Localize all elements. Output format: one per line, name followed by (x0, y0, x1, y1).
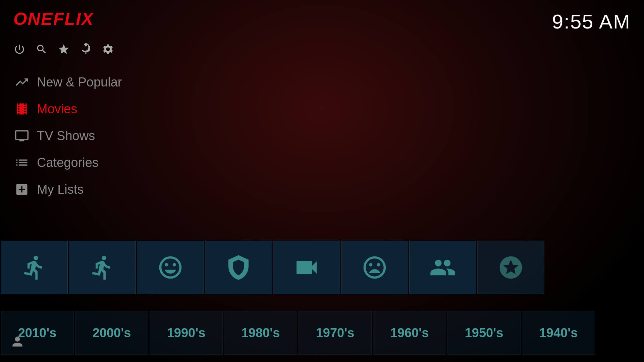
nav-item-tv-shows[interactable]: TV Shows (7, 122, 637, 149)
genre-card-more[interactable] (477, 241, 544, 294)
toolbar (0, 40, 644, 62)
trend-icon (13, 75, 30, 89)
decade-card-1940s[interactable]: 1940's (522, 311, 595, 355)
genre-cards-row (0, 240, 644, 295)
search-icon[interactable] (36, 43, 48, 55)
decade-label-1980s: 1980's (241, 326, 280, 340)
nav-label-movies: Movies (37, 102, 77, 116)
power-icon[interactable] (13, 43, 25, 55)
logo: ONEFLIX (13, 10, 94, 27)
nav-item-movies[interactable]: Movies (7, 96, 637, 122)
decade-label-1990s: 1990's (167, 326, 206, 340)
genre-card-drama[interactable] (341, 241, 408, 294)
decade-label-1940s: 1940's (539, 326, 578, 340)
genre-section (0, 240, 644, 295)
nav-item-new-popular[interactable]: New & Popular (7, 69, 637, 96)
settings-icon[interactable] (102, 43, 114, 55)
decade-label-1960s: 1960's (390, 326, 429, 340)
monitor-icon (13, 128, 30, 143)
genre-card-running[interactable] (69, 241, 136, 294)
decade-label-2000s: 2000's (93, 326, 131, 340)
decade-card-2000s[interactable]: 2000's (75, 311, 148, 355)
decade-label-1950s: 1950's (465, 326, 503, 340)
decade-section: 2010's 2000's 1990's 1980's 1970's 1960'… (0, 310, 644, 355)
nav-menu: New & Popular Movies TV Shows (0, 62, 644, 203)
header: ONEFLIX 9:55 AM (0, 0, 644, 40)
genre-card-film[interactable] (273, 241, 340, 294)
decade-card-1980s[interactable]: 1980's (224, 311, 297, 355)
time-display: 9:55 AM (552, 10, 631, 33)
genre-card-comedy[interactable] (137, 241, 204, 294)
decade-card-1990s[interactable]: 1990's (150, 311, 223, 355)
genre-card-police[interactable] (205, 241, 272, 294)
nav-label-tv-shows: TV Shows (37, 129, 95, 143)
decade-card-1950s[interactable]: 1950's (447, 311, 521, 355)
star-icon[interactable] (58, 43, 70, 55)
nav-label-my-lists: My Lists (37, 182, 84, 197)
user-avatar[interactable] (10, 334, 25, 352)
nav-label-new-popular: New & Popular (37, 75, 122, 89)
nav-label-categories: Categories (37, 156, 99, 170)
decade-card-1960s[interactable]: 1960's (373, 311, 446, 355)
main-content: ONEFLIX 9:55 AM (0, 0, 644, 362)
box-icon[interactable] (80, 43, 92, 55)
genre-card-action[interactable] (1, 241, 68, 294)
genre-card-family[interactable] (409, 241, 476, 294)
clapperboard-icon (13, 102, 30, 116)
categories-icon (13, 155, 30, 170)
decade-label-1970s: 1970's (316, 326, 355, 340)
decade-cards-row: 2010's 2000's 1990's 1980's 1970's 1960'… (0, 310, 644, 355)
nav-item-categories[interactable]: Categories (7, 149, 637, 176)
plus-icon (13, 182, 30, 197)
nav-item-my-lists[interactable]: My Lists (7, 176, 637, 203)
decade-card-1970s[interactable]: 1970's (299, 311, 372, 355)
